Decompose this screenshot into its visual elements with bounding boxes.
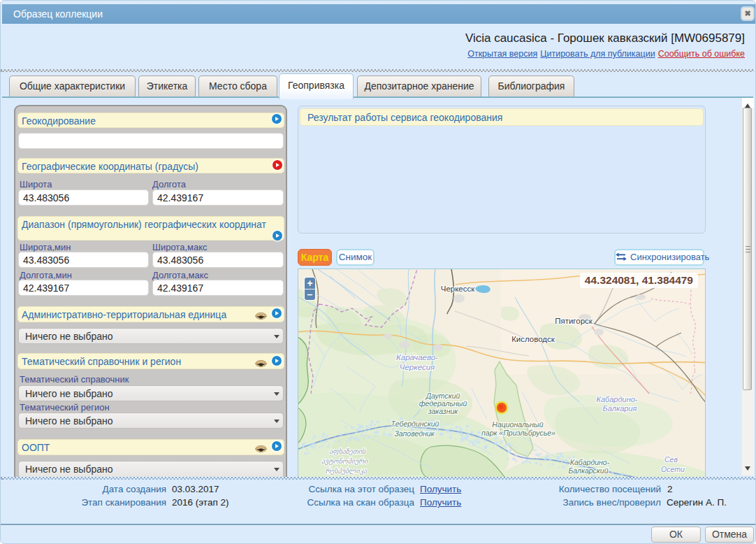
svg-text:парк «Приэльбрусье»: парк «Приэльбрусье» [481, 429, 555, 437]
svg-text:რესპუბლიკა: რესპუბლიკა [325, 467, 368, 475]
svg-text:Национальный: Национальный [492, 420, 544, 429]
svg-text:заказник: заказник [428, 407, 459, 415]
svg-text:Осети: Осети [661, 465, 685, 473]
svg-text:ავტონომიური: ავტონომიური [321, 457, 369, 466]
svg-text:Заповедник: Заповедник [394, 429, 435, 438]
svg-text:Кабардино-: Кабардино- [596, 395, 637, 403]
svg-text:Черкесия: Черкесия [400, 363, 435, 371]
svg-text:Карачаево-: Карачаево- [396, 353, 438, 362]
svg-text:Пятигорск: Пятигорск [555, 317, 593, 325]
svg-text:Балкарский: Балкарский [568, 466, 608, 475]
svg-text:აფხაზეთის: აფხაზეთის [329, 448, 366, 456]
svg-text:Балкария: Балкария [603, 404, 637, 413]
svg-text:Кисловодск: Кисловодск [511, 335, 555, 343]
svg-text:Кабардино-: Кабардино- [570, 458, 610, 466]
svg-text:Тебердинский: Тебердинский [391, 420, 439, 428]
svg-text:Сев: Сев [664, 455, 678, 464]
svg-text:Черкесск: Черкесск [441, 285, 476, 293]
